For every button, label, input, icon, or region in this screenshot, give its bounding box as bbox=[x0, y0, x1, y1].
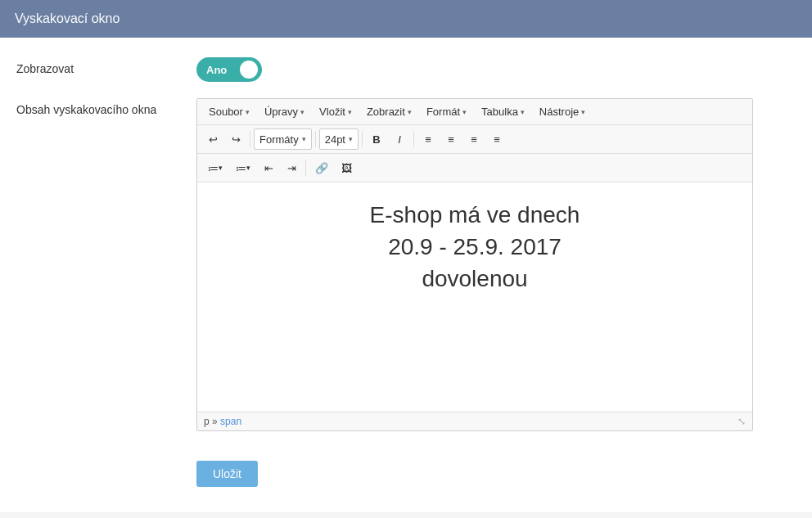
editor-control: Soubor ▾ Úpravy ▾ Vložit ▾ Zobrazit ▾ bbox=[196, 98, 796, 431]
format-chevron-icon: ▾ bbox=[462, 108, 467, 116]
editor-content[interactable]: E-shop má ve dnech 20.9 - 25.9. 2017 dov… bbox=[197, 182, 752, 412]
unordered-list-icon: ≔ bbox=[208, 162, 219, 174]
menu-vlozit[interactable]: Vložit ▾ bbox=[313, 102, 359, 121]
menu-zobrazit[interactable]: Zobrazit ▾ bbox=[360, 102, 418, 121]
ul-chevron-icon: ▾ bbox=[219, 164, 223, 172]
save-button[interactable]: Uložit bbox=[196, 461, 258, 487]
tabulka-chevron-icon: ▾ bbox=[521, 108, 525, 116]
formats-chevron-icon: ▾ bbox=[302, 135, 306, 143]
content-line1: E-shop má ve dnech bbox=[370, 199, 580, 231]
toggle-circle bbox=[240, 61, 258, 79]
zobrazit-chevron-icon: ▾ bbox=[408, 108, 412, 116]
nastroje-chevron-icon: ▾ bbox=[581, 108, 585, 116]
toolbar-divider-1 bbox=[250, 131, 250, 147]
resize-handle-icon: ⤡ bbox=[738, 416, 746, 427]
unordered-list-button[interactable]: ≔ ▾ bbox=[202, 157, 228, 178]
redo-button[interactable]: ↪ bbox=[225, 128, 246, 150]
menu-soubor[interactable]: Soubor ▾ bbox=[202, 102, 256, 121]
form-row-zobrazovat: Zobrazovat Ano bbox=[16, 57, 796, 82]
editor-wrapper: Soubor ▾ Úpravy ▾ Vložit ▾ Zobrazit ▾ bbox=[196, 98, 753, 431]
save-row: Uložit bbox=[196, 448, 796, 487]
editor-statusbar: p » span ⤡ bbox=[197, 412, 752, 430]
path-span-link[interactable]: span bbox=[220, 416, 241, 427]
fontsize-select[interactable]: 24pt ▾ bbox=[319, 128, 359, 150]
path-separator: » bbox=[212, 416, 220, 427]
toggle-switch[interactable]: Ano bbox=[196, 57, 262, 82]
content-line3: dovolenou bbox=[370, 263, 580, 295]
editor-toolbar-row1: ↩ ↪ Formáty ▾ 24pt ▾ B I bbox=[197, 125, 752, 154]
menu-tabulka[interactable]: Tabulka ▾ bbox=[475, 102, 531, 121]
upravy-chevron-icon: ▾ bbox=[300, 108, 304, 116]
path-p: p bbox=[204, 416, 210, 427]
editor-menubar: Soubor ▾ Úpravy ▾ Vložit ▾ Zobrazit ▾ bbox=[197, 99, 752, 125]
window-body: Zobrazovat Ano Obsah vyskakovacího okna … bbox=[0, 38, 812, 512]
ordered-list-icon: ≔ bbox=[236, 162, 246, 174]
menu-format[interactable]: Formát ▾ bbox=[420, 102, 473, 121]
window-title: Vyskakovací okno bbox=[15, 11, 120, 25]
toolbar-divider-2 bbox=[315, 131, 316, 147]
zobrazovat-control: Ano bbox=[196, 57, 796, 82]
outdent-button[interactable]: ⇤ bbox=[258, 157, 279, 178]
form-row-obsah: Obsah vyskakovacího okna Soubor ▾ Úpravy… bbox=[16, 98, 796, 431]
status-path: p » span bbox=[204, 416, 241, 427]
content-line2: 20.9 - 25.9. 2017 bbox=[370, 231, 580, 263]
formats-select[interactable]: Formáty ▾ bbox=[254, 128, 312, 150]
toolbar-divider-5 bbox=[305, 160, 306, 176]
link-button[interactable]: 🔗 bbox=[309, 157, 334, 178]
bold-button[interactable]: B bbox=[366, 128, 387, 150]
formats-label: Formáty bbox=[259, 133, 299, 146]
menu-nastroje[interactable]: Nástroje ▾ bbox=[533, 102, 592, 121]
toggle-label: Ano bbox=[206, 64, 227, 76]
zobrazovat-label: Zobrazovat bbox=[16, 57, 196, 75]
menu-upravy[interactable]: Úpravy ▾ bbox=[258, 102, 311, 121]
italic-button[interactable]: I bbox=[389, 128, 410, 150]
align-left-button[interactable]: ≡ bbox=[417, 128, 439, 150]
fontsize-value: 24pt bbox=[325, 133, 345, 146]
editor-toolbar-row2: ≔ ▾ ≔ ▾ ⇤ ⇥ 🔗 🖼 bbox=[197, 154, 752, 182]
obsah-label: Obsah vyskakovacího okna bbox=[16, 98, 196, 116]
soubor-chevron-icon: ▾ bbox=[246, 108, 250, 116]
align-right-button[interactable]: ≡ bbox=[463, 128, 485, 150]
toolbar-divider-4 bbox=[413, 131, 414, 147]
image-button[interactable]: 🖼 bbox=[336, 157, 358, 178]
ol-chevron-icon: ▾ bbox=[246, 164, 250, 172]
undo-button[interactable]: ↩ bbox=[202, 128, 223, 150]
align-justify-button[interactable]: ≡ bbox=[486, 128, 508, 150]
ordered-list-button[interactable]: ≔ ▾ bbox=[230, 157, 256, 178]
indent-button[interactable]: ⇥ bbox=[281, 157, 302, 178]
vlozit-chevron-icon: ▾ bbox=[348, 108, 352, 116]
window-title-bar: Vyskakovací okno bbox=[0, 0, 812, 38]
align-center-button[interactable]: ≡ bbox=[440, 128, 462, 150]
toolbar-divider-3 bbox=[362, 131, 363, 147]
fontsize-chevron-icon: ▾ bbox=[349, 135, 353, 143]
editor-content-text: E-shop má ve dnech 20.9 - 25.9. 2017 dov… bbox=[370, 199, 580, 295]
